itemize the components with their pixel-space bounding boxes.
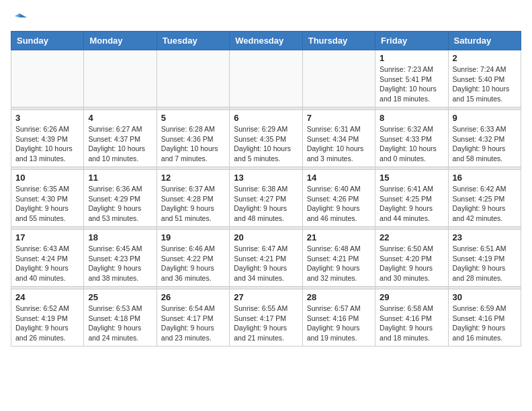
- calendar-cell: 30Sunrise: 6:59 AM Sunset: 4:16 PM Dayli…: [448, 289, 521, 347]
- day-info: Sunrise: 7:24 AM Sunset: 5:40 PM Dayligh…: [453, 64, 517, 104]
- day-number: 4: [88, 113, 152, 123]
- calendar-cell: 22Sunrise: 6:50 AM Sunset: 4:20 PM Dayli…: [375, 230, 448, 287]
- day-info: Sunrise: 6:57 AM Sunset: 4:16 PM Dayligh…: [307, 304, 371, 343]
- day-number: 12: [161, 173, 225, 183]
- logo: [11, 11, 27, 26]
- day-info: Sunrise: 6:55 AM Sunset: 4:17 PM Dayligh…: [234, 304, 298, 343]
- day-info: Sunrise: 6:41 AM Sunset: 4:25 PM Dayligh…: [380, 184, 443, 224]
- calendar-cell: 29Sunrise: 6:58 AM Sunset: 4:16 PM Dayli…: [375, 289, 448, 347]
- day-number: 16: [453, 173, 517, 183]
- day-info: Sunrise: 6:32 AM Sunset: 4:33 PM Dayligh…: [380, 124, 443, 164]
- calendar-cell: [157, 50, 229, 107]
- calendar-cell: 16Sunrise: 6:42 AM Sunset: 4:25 PM Dayli…: [448, 170, 521, 227]
- calendar-cell: 18Sunrise: 6:45 AM Sunset: 4:23 PM Dayli…: [84, 230, 157, 287]
- day-number: 14: [307, 173, 371, 183]
- day-info: Sunrise: 6:46 AM Sunset: 4:22 PM Dayligh…: [161, 244, 225, 283]
- calendar-cell: 25Sunrise: 6:53 AM Sunset: 4:18 PM Dayli…: [84, 289, 157, 347]
- day-info: Sunrise: 6:43 AM Sunset: 4:24 PM Dayligh…: [15, 244, 79, 283]
- day-number: 2: [453, 53, 517, 63]
- day-info: Sunrise: 6:35 AM Sunset: 4:30 PM Dayligh…: [15, 184, 79, 224]
- calendar-cell: 9Sunrise: 6:33 AM Sunset: 4:32 PM Daylig…: [448, 110, 521, 167]
- day-number: 27: [234, 292, 298, 302]
- day-number: 21: [307, 232, 371, 242]
- calendar-cell: 2Sunrise: 7:24 AM Sunset: 5:40 PM Daylig…: [448, 50, 521, 107]
- calendar-cell: 20Sunrise: 6:47 AM Sunset: 4:21 PM Dayli…: [230, 230, 302, 287]
- calendar-cell: 26Sunrise: 6:54 AM Sunset: 4:17 PM Dayli…: [157, 289, 229, 347]
- calendar-cell: 23Sunrise: 6:51 AM Sunset: 4:19 PM Dayli…: [448, 230, 521, 287]
- day-number: 23: [453, 232, 517, 242]
- day-info: Sunrise: 6:37 AM Sunset: 4:28 PM Dayligh…: [161, 184, 225, 224]
- svg-marker-1: [15, 13, 19, 17]
- calendar-cell: 3Sunrise: 6:26 AM Sunset: 4:39 PM Daylig…: [11, 110, 84, 167]
- calendar-header-row: SundayMondayTuesdayWednesdayThursdayFrid…: [11, 32, 521, 50]
- day-info: Sunrise: 6:45 AM Sunset: 4:23 PM Dayligh…: [88, 244, 152, 283]
- day-number: 9: [453, 113, 517, 123]
- calendar-cell: 17Sunrise: 6:43 AM Sunset: 4:24 PM Dayli…: [11, 230, 84, 287]
- day-number: 25: [88, 292, 152, 302]
- day-info: Sunrise: 6:47 AM Sunset: 4:21 PM Dayligh…: [234, 244, 298, 283]
- calendar-cell: [230, 50, 302, 107]
- day-info: Sunrise: 6:33 AM Sunset: 4:32 PM Dayligh…: [453, 124, 517, 164]
- calendar-cell: [84, 50, 157, 107]
- calendar-cell: 10Sunrise: 6:35 AM Sunset: 4:30 PM Dayli…: [11, 170, 84, 227]
- calendar-header-wednesday: Wednesday: [230, 32, 302, 50]
- day-number: 8: [380, 113, 443, 123]
- calendar-cell: 14Sunrise: 6:40 AM Sunset: 4:26 PM Dayli…: [302, 170, 375, 227]
- calendar-week-row: 1Sunrise: 7:23 AM Sunset: 5:41 PM Daylig…: [11, 50, 521, 107]
- day-number: 3: [15, 113, 79, 123]
- day-info: Sunrise: 6:42 AM Sunset: 4:25 PM Dayligh…: [453, 184, 517, 224]
- day-info: Sunrise: 6:36 AM Sunset: 4:29 PM Dayligh…: [88, 184, 152, 224]
- calendar-cell: 21Sunrise: 6:48 AM Sunset: 4:21 PM Dayli…: [302, 230, 375, 287]
- day-number: 18: [88, 232, 152, 242]
- logo-bird-icon: [12, 11, 27, 26]
- calendar-cell: 5Sunrise: 6:28 AM Sunset: 4:36 PM Daylig…: [157, 110, 229, 167]
- day-info: Sunrise: 6:54 AM Sunset: 4:17 PM Dayligh…: [161, 304, 225, 343]
- calendar-cell: 27Sunrise: 6:55 AM Sunset: 4:17 PM Dayli…: [230, 289, 302, 347]
- calendar-cell: [11, 50, 84, 107]
- calendar-week-row: 3Sunrise: 6:26 AM Sunset: 4:39 PM Daylig…: [11, 110, 521, 167]
- calendar-table: SundayMondayTuesdayWednesdayThursdayFrid…: [11, 31, 521, 347]
- day-number: 11: [88, 173, 152, 183]
- day-info: Sunrise: 6:40 AM Sunset: 4:26 PM Dayligh…: [307, 184, 371, 224]
- calendar-header-sunday: Sunday: [11, 32, 84, 50]
- calendar-week-row: 10Sunrise: 6:35 AM Sunset: 4:30 PM Dayli…: [11, 170, 521, 227]
- day-info: Sunrise: 6:59 AM Sunset: 4:16 PM Dayligh…: [453, 304, 517, 343]
- calendar-cell: 28Sunrise: 6:57 AM Sunset: 4:16 PM Dayli…: [302, 289, 375, 347]
- day-number: 22: [380, 232, 443, 242]
- calendar-header-saturday: Saturday: [448, 32, 521, 50]
- calendar-cell: 6Sunrise: 6:29 AM Sunset: 4:35 PM Daylig…: [230, 110, 302, 167]
- calendar-cell: [302, 50, 375, 107]
- calendar-cell: 4Sunrise: 6:27 AM Sunset: 4:37 PM Daylig…: [84, 110, 157, 167]
- day-info: Sunrise: 6:51 AM Sunset: 4:19 PM Dayligh…: [453, 244, 517, 283]
- day-info: Sunrise: 6:31 AM Sunset: 4:34 PM Dayligh…: [307, 124, 371, 164]
- calendar-cell: 7Sunrise: 6:31 AM Sunset: 4:34 PM Daylig…: [302, 110, 375, 167]
- day-info: Sunrise: 6:53 AM Sunset: 4:18 PM Dayligh…: [88, 304, 152, 343]
- day-info: Sunrise: 6:27 AM Sunset: 4:37 PM Dayligh…: [88, 124, 152, 164]
- day-info: Sunrise: 6:38 AM Sunset: 4:27 PM Dayligh…: [234, 184, 298, 224]
- day-number: 10: [15, 173, 79, 183]
- day-number: 5: [161, 113, 225, 123]
- day-number: 15: [380, 173, 443, 183]
- day-info: Sunrise: 6:50 AM Sunset: 4:20 PM Dayligh…: [380, 244, 443, 283]
- calendar-cell: 19Sunrise: 6:46 AM Sunset: 4:22 PM Dayli…: [157, 230, 229, 287]
- day-number: 6: [234, 113, 298, 123]
- day-number: 26: [161, 292, 225, 302]
- calendar-header-friday: Friday: [375, 32, 448, 50]
- day-number: 7: [307, 113, 371, 123]
- calendar-header-tuesday: Tuesday: [157, 32, 229, 50]
- page-header: [11, 11, 521, 26]
- day-info: Sunrise: 6:29 AM Sunset: 4:35 PM Dayligh…: [234, 124, 298, 164]
- day-number: 29: [380, 292, 443, 302]
- day-number: 24: [15, 292, 79, 302]
- day-number: 13: [234, 173, 298, 183]
- calendar-cell: 1Sunrise: 7:23 AM Sunset: 5:41 PM Daylig…: [375, 50, 448, 107]
- day-number: 19: [161, 232, 225, 242]
- day-info: Sunrise: 7:23 AM Sunset: 5:41 PM Dayligh…: [380, 64, 443, 104]
- calendar-cell: 12Sunrise: 6:37 AM Sunset: 4:28 PM Dayli…: [157, 170, 229, 227]
- calendar-cell: 13Sunrise: 6:38 AM Sunset: 4:27 PM Dayli…: [230, 170, 302, 227]
- svg-marker-0: [19, 13, 27, 17]
- day-info: Sunrise: 6:26 AM Sunset: 4:39 PM Dayligh…: [15, 124, 79, 164]
- day-number: 17: [15, 232, 79, 242]
- day-info: Sunrise: 6:28 AM Sunset: 4:36 PM Dayligh…: [161, 124, 225, 164]
- day-info: Sunrise: 6:48 AM Sunset: 4:21 PM Dayligh…: [307, 244, 371, 283]
